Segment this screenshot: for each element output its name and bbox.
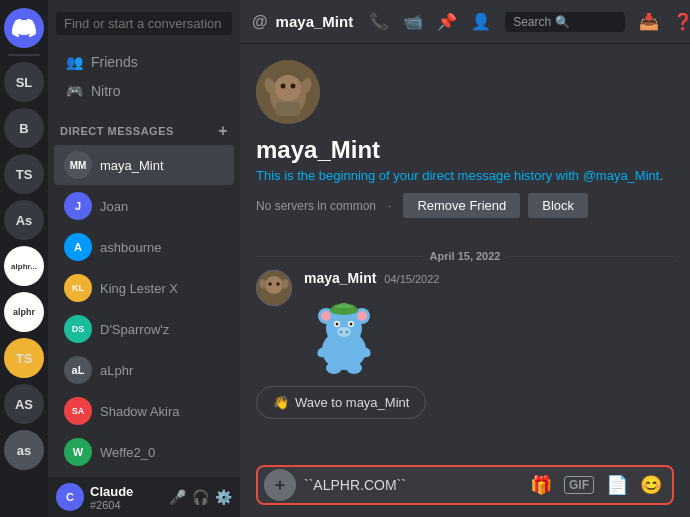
date-divider: April 15, 2022 (256, 250, 674, 262)
header-actions: 📞 📹 📌 👤 Search 🔍 📥 ❓ (369, 12, 690, 32)
inbox-icon[interactable]: 📥 (639, 12, 659, 31)
discord-home-button[interactable] (4, 8, 44, 48)
add-member-icon[interactable]: 👤 (471, 12, 491, 31)
server-icon-as2[interactable]: AS (4, 384, 44, 424)
svg-point-11 (276, 282, 280, 286)
message-header: maya_Mint 04/15/2022 (304, 270, 674, 286)
server-sidebar: SL B TS As alphr... alphr TS AS as (0, 0, 48, 517)
svg-point-2 (275, 75, 301, 101)
pin-icon[interactable]: 📌 (437, 12, 457, 31)
svg-point-9 (265, 276, 283, 294)
dm-name-weffe: Weffe2_0 (100, 445, 155, 460)
current-user-info: Claude #2604 (90, 484, 163, 511)
nav-friends[interactable]: 👥 Friends (54, 48, 234, 76)
svg-rect-7 (276, 102, 300, 116)
gift-icon[interactable]: 🎁 (530, 474, 552, 496)
microphone-icon[interactable]: 🎤 (169, 489, 186, 505)
wave-button[interactable]: 👋 Wave to maya_Mint (256, 386, 426, 419)
dm-item-king-lester[interactable]: KL King Lester X (54, 268, 234, 308)
dm-name-ashbourne: ashbourne (100, 240, 161, 255)
input-actions: 🎁 GIF 📄 😊 (526, 474, 666, 496)
dm-item-alphr[interactable]: aL aLphr (54, 350, 234, 390)
chat-body: maya_Mint This is the beginning of your … (240, 44, 690, 457)
nitro-icon: 🎮 (66, 83, 83, 99)
avatar-ashbourne: A (64, 233, 92, 261)
dm-name-shadow: Shadow Akira (100, 404, 180, 419)
headset-icon[interactable]: 🎧 (192, 489, 209, 505)
server-icon-alphr1[interactable]: alphr... (4, 246, 44, 286)
video-icon[interactable]: 📹 (403, 12, 423, 31)
profile-mention: @maya_Mint (583, 168, 660, 183)
chat-input-area: + 🎁 GIF 📄 😊 (240, 457, 690, 517)
server-icon-ts2[interactable]: TS (4, 338, 44, 378)
server-icon-as[interactable]: As (4, 200, 44, 240)
dm-section-header: DIRECT MESSAGES + (48, 110, 240, 144)
svg-point-30 (326, 362, 342, 374)
svg-point-21 (340, 331, 343, 334)
gif-button[interactable]: GIF (564, 476, 594, 494)
emoji-icon[interactable]: 😊 (640, 474, 662, 496)
dot-separator: · (388, 199, 391, 213)
dm-nav: 👥 Friends 🎮 Nitro (48, 43, 240, 110)
block-button[interactable]: Block (528, 193, 588, 218)
no-servers-text: No servers in common (256, 199, 376, 213)
svg-point-19 (350, 323, 353, 326)
svg-point-26 (357, 311, 367, 321)
avatar-shadow: SA (64, 397, 92, 425)
dm-item-joan[interactable]: J Joan (54, 186, 234, 226)
dm-item-ashbourne[interactable]: A ashbourne (54, 227, 234, 267)
avatar-dsparrow: DS (64, 315, 92, 343)
server-icon-ts[interactable]: TS (4, 154, 44, 194)
help-icon[interactable]: ❓ (673, 12, 690, 31)
profile-username: maya_Mint (256, 136, 674, 164)
dm-item-dsparrow[interactable]: DS D'Sparrow'z (54, 309, 234, 349)
dm-list: MM maya_Mint J Joan A ashbourne KL King … (48, 144, 240, 477)
friends-icon: 👥 (66, 54, 83, 70)
svg-point-22 (346, 331, 349, 334)
nav-nitro[interactable]: 🎮 Nitro (54, 77, 234, 105)
nav-nitro-label: Nitro (91, 83, 121, 99)
dm-item-weffe[interactable]: W Weffe2_0 (54, 432, 234, 472)
remove-friend-button[interactable]: Remove Friend (403, 193, 520, 218)
avatar-weffe: W (64, 438, 92, 466)
chat-input[interactable] (296, 467, 526, 503)
profile-header: maya_Mint This is the beginning of your … (256, 60, 674, 234)
wave-emoji: 👋 (273, 395, 289, 410)
svg-point-4 (291, 84, 296, 89)
message-timestamp: 04/15/2022 (384, 273, 439, 285)
chat-input-wrapper: + 🎁 GIF 📄 😊 (256, 465, 674, 505)
dm-item-maya-mint[interactable]: MM maya_Mint (54, 145, 234, 185)
header-search-placeholder: Search (513, 15, 551, 29)
svg-point-18 (336, 323, 339, 326)
server-icon-as3[interactable]: as (4, 430, 44, 470)
dm-item-shadow[interactable]: SA Shadow Akira (54, 391, 234, 431)
settings-icon[interactable]: ⚙️ (215, 489, 232, 505)
header-search[interactable]: Search 🔍 (505, 12, 625, 32)
avatar-maya-mint: MM (64, 151, 92, 179)
server-icon-b[interactable]: B (4, 108, 44, 148)
header-search-icon: 🔍 (555, 15, 570, 29)
call-icon[interactable]: 📞 (369, 12, 389, 31)
dm-search-input[interactable] (56, 12, 232, 35)
message-sticker (304, 290, 384, 370)
message-row: maya_Mint 04/15/2022 (256, 270, 674, 370)
add-attachment-button[interactable]: + (264, 469, 296, 501)
dm-section-label: DIRECT MESSAGES (60, 125, 174, 137)
profile-avatar-large (256, 60, 320, 124)
server-icon-alphr2[interactable]: alphr (4, 292, 44, 332)
avatar-joan: J (64, 192, 92, 220)
dm-name-king-lester: King Lester X (100, 281, 178, 296)
svg-point-25 (321, 311, 331, 321)
svg-point-10 (268, 282, 272, 286)
add-dm-button[interactable]: + (218, 122, 228, 140)
dm-name-maya-mint: maya_Mint (100, 158, 164, 173)
dm-name-alphr: aLphr (100, 363, 133, 378)
profile-actions: No servers in common · Remove Friend Blo… (256, 193, 674, 218)
wave-label: Wave to maya_Mint (295, 395, 409, 410)
server-icon-sl[interactable]: SL (4, 62, 44, 102)
date-divider-text: April 15, 2022 (430, 250, 501, 262)
sticker-icon[interactable]: 📄 (606, 474, 628, 496)
current-user-avatar: C (56, 483, 84, 511)
profile-desc: This is the beginning of your direct mes… (256, 168, 674, 183)
server-separator (8, 54, 40, 56)
